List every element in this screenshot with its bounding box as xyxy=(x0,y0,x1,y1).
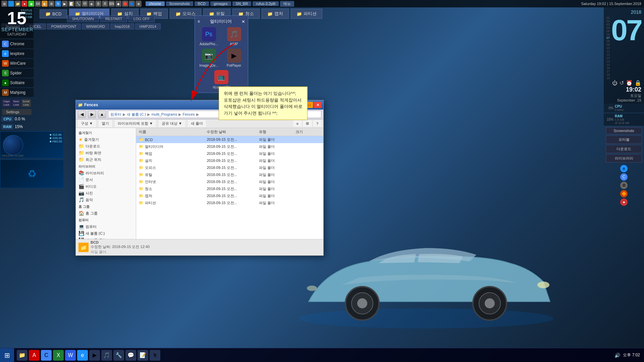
file-row-util[interactable]: 📁 유틸 2018-09-15 오전... 파일 폴더 xyxy=(136,171,323,178)
library-btn[interactable]: 라이브러리 xyxy=(606,154,642,163)
col-type[interactable]: 유형 xyxy=(256,129,293,135)
icon-14[interactable]: B xyxy=(95,1,101,7)
file-row-backup[interactable]: 📁 백업 2018-09-15 오전... 파일 폴더 xyxy=(136,150,323,157)
refresh-icon[interactable]: ↺ xyxy=(620,80,624,86)
chrome-side-icon[interactable]: C xyxy=(620,173,628,181)
power-icon[interactable]: ⏻ xyxy=(612,80,618,86)
organize-btn[interactable]: 구성 ▼ xyxy=(78,120,96,127)
tool-icon-3[interactable]: ● xyxy=(620,198,628,206)
new-folder-btn[interactable]: 새 폴더 xyxy=(188,120,206,127)
icon-7[interactable]: ⚙ xyxy=(48,1,54,7)
tab-bcd[interactable]: BCD xyxy=(195,1,209,6)
start-button[interactable]: ⊞ xyxy=(0,348,14,362)
icon-15[interactable]: R xyxy=(102,1,108,7)
up-btn[interactable]: ▲ xyxy=(98,111,106,118)
sidebar-item-mahjong[interactable]: M Mahjong xyxy=(0,88,34,97)
icon-8[interactable]: N xyxy=(55,1,61,7)
winword-btn[interactable]: WINWORD xyxy=(82,23,109,29)
sidebar-recent[interactable]: 📁 최근 위치 xyxy=(76,156,136,163)
popup-app-photoshop[interactable]: Ps AdobePho... xyxy=(198,27,220,46)
caps-lock-key[interactable]: CapsLock xyxy=(2,99,11,107)
powerpoint-btn[interactable]: POWERPOINT xyxy=(47,23,81,29)
hwp2014-btn[interactable]: HWP2014 xyxy=(135,23,161,29)
download-btn[interactable]: 다운로드 xyxy=(606,145,642,153)
tab-rufus[interactable]: rufus-3.2p8i xyxy=(253,1,279,6)
popup-app-aimp[interactable]: 🎵 AIMP xyxy=(223,27,245,46)
folder-bcd[interactable]: 📁 BCD xyxy=(40,9,67,18)
restart-btn[interactable]: RESTART xyxy=(100,15,127,22)
sidebar-item-solitaire[interactable]: ♠ Solitaire xyxy=(0,78,34,87)
logoff-btn[interactable]: LOG OFF xyxy=(128,15,155,22)
taskbar-icon-word[interactable]: W xyxy=(65,350,76,361)
ie-side-icon[interactable]: e xyxy=(620,165,628,172)
back-btn[interactable]: ◀ xyxy=(78,111,86,118)
popup-close-btn[interactable]: ✕ xyxy=(241,19,245,24)
lock-icon[interactable]: 🔒 xyxy=(635,80,641,86)
addr-computer[interactable]: 컴퓨터 xyxy=(110,112,121,117)
num-lock-key[interactable]: NumLock xyxy=(12,99,20,107)
screenshots-btn[interactable]: Screenshots xyxy=(606,127,642,134)
tool-icon-1[interactable]: ⚙ xyxy=(620,182,628,189)
icon-19[interactable]: 🔵 xyxy=(129,1,135,7)
taskbar-icon-excel[interactable]: X xyxy=(53,350,64,361)
taskbar-icon-notepad[interactable]: 📝 xyxy=(138,350,148,361)
icon-20[interactable]: ⊕ xyxy=(136,1,142,7)
taskbar-icon-music[interactable]: 🎵 xyxy=(101,350,112,361)
taskbar-icon-player[interactable]: ▶ xyxy=(89,350,100,361)
icon-16[interactable]: BN xyxy=(109,1,115,7)
icon-5[interactable]: 64 xyxy=(35,1,41,7)
col-date[interactable]: 수정한 날짜 xyxy=(204,129,256,135)
col-name[interactable]: 이름 xyxy=(136,129,204,135)
taskbar-icon-msg[interactable]: 💬 xyxy=(125,350,136,361)
sidebar-music[interactable]: 🎵 음악 xyxy=(76,196,136,203)
icon-6[interactable]: ◐ xyxy=(42,1,48,7)
forward-btn[interactable]: ▶ xyxy=(88,111,96,118)
file-row-multimedia[interactable]: 📁 멀티미디어 2018-09-15 오전... 파일 폴더 xyxy=(136,143,323,150)
file-row-office[interactable]: 📁 오피스 2018-09-15 오전... 파일 폴더 xyxy=(136,164,323,171)
taskbar-icon-folder[interactable]: 📁 xyxy=(17,350,28,361)
addr-programs[interactable]: multi_Programs xyxy=(151,112,177,116)
view-help-btn[interactable]: ? xyxy=(313,120,321,127)
sidebar-photos[interactable]: 📷 사진 xyxy=(76,190,136,196)
icon-3[interactable]: ● xyxy=(21,1,28,7)
tab-gimagex[interactable]: gimagex xyxy=(210,1,231,6)
icon-12[interactable]: Ⓜ xyxy=(82,1,88,7)
col-size[interactable]: 크기 xyxy=(293,129,323,135)
open-btn[interactable]: 열기 xyxy=(99,120,112,127)
sidebar-video[interactable]: 🎬 비디오 xyxy=(76,183,136,190)
icon-18[interactable]: 🔴 xyxy=(122,1,128,7)
file-row-partition[interactable]: 📁 파티션 2018-09-15 오전... 파일 폴더 xyxy=(136,199,323,206)
file-row-bcd[interactable]: 📁 BCD 2018-09-15 오전... 파일 폴더 xyxy=(136,136,323,143)
sidebar-downloads[interactable]: 📁 다운로드 xyxy=(76,143,136,149)
icon-2[interactable]: 📁 xyxy=(15,1,21,7)
sidebar-homegroup[interactable]: 🏠 홈 그룹 xyxy=(76,210,136,217)
sidebar-item-wincare[interactable]: W WinCare xyxy=(0,59,34,68)
tab-chrome[interactable]: chrome xyxy=(146,1,165,6)
file-row-install[interactable]: 📁 설치 2018-09-15 오전... 파일 폴더 xyxy=(136,157,323,164)
view-list-btn[interactable]: ≡ xyxy=(293,120,301,127)
sidebar-computer[interactable]: 💻 컴퓨터 xyxy=(76,223,136,230)
popup-app-potplayer[interactable]: ▶ PotPlayer xyxy=(223,49,245,67)
icon-11[interactable]: 🔧 xyxy=(75,1,81,7)
file-row-clean[interactable]: 📁 청소 2018-09-15 오전... 파일 폴더 xyxy=(136,185,323,192)
hwp2018-btn[interactable]: hwp2018 xyxy=(110,23,134,29)
sidebar-item-spider[interactable]: S Spider xyxy=(0,69,34,77)
icon-10[interactable]: 📝 xyxy=(68,1,74,7)
taskbar-icon-ie[interactable]: e xyxy=(77,350,88,361)
tab-menu[interactable]: 메뉴 xyxy=(280,1,294,7)
folder-partition[interactable]: 📁 파티션 xyxy=(291,9,322,19)
taskbar-icon-chrome[interactable]: C xyxy=(41,350,52,361)
icon-4[interactable]: ◉ xyxy=(28,1,34,7)
icon-9[interactable]: ▶ xyxy=(62,1,68,7)
icon-1[interactable]: 🌐 xyxy=(8,1,14,7)
sidebar-item-iexplore[interactable]: e Iexplore xyxy=(0,49,34,58)
addr-drive[interactable]: 새 볼륨 (C:) xyxy=(127,112,146,117)
taskbar-icon-acrobat[interactable]: A xyxy=(29,350,40,361)
taskbar-icon-mouse[interactable]: 🖱 xyxy=(150,350,160,361)
sidebar-drive-d[interactable]: 💾 새 볼륨 (D:) xyxy=(76,237,136,239)
volume-icon[interactable]: 🔊 xyxy=(614,353,620,358)
tool-icon-2[interactable]: 🔶 xyxy=(620,190,628,197)
shutdown-btn[interactable]: SHUTDOWN xyxy=(67,15,99,22)
sidebar-favorites[interactable]: ★ 즐겨찾기 xyxy=(76,136,136,143)
tab-snbr[interactable]: SN_BR xyxy=(232,1,252,6)
